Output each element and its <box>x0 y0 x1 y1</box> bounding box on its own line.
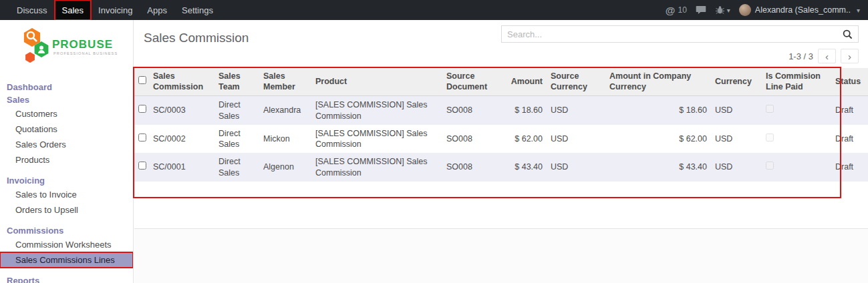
col-source-currency[interactable]: Source Currency <box>547 68 605 96</box>
select-all-checkbox[interactable] <box>138 76 146 84</box>
svg-text:PROBUSE: PROBUSE <box>52 38 113 51</box>
cell-status: Draft <box>831 96 868 125</box>
sidebar-nav: Dashboard Sales Customers Quotations Sal… <box>0 81 133 283</box>
sidebar-item-customers[interactable]: Customers <box>0 106 133 121</box>
cell-sales-commission: SC/0001 <box>149 153 214 182</box>
cell-sales-commission: SC/0002 <box>149 125 214 154</box>
menu-settings[interactable]: Settings <box>174 0 221 20</box>
col-status[interactable]: Status <box>831 68 868 96</box>
row-select-checkbox[interactable] <box>138 133 146 142</box>
top-navbar: Discuss Sales Invoicing Apps Settings @ … <box>0 0 868 20</box>
cell-amount: $ 62.00 <box>507 125 547 154</box>
sidebar-section-commissions[interactable]: Commissions <box>0 224 133 237</box>
row-select-checkbox[interactable] <box>138 162 146 170</box>
sidebar-section-invoicing[interactable]: Invoicing <box>0 174 133 187</box>
sidebar-item-orders-to-upsell[interactable]: Orders to Upsell <box>0 202 133 218</box>
table-row[interactable]: SC/0001 Direct Sales Algenon [SALES COMM… <box>134 153 868 182</box>
messages-icon[interactable] <box>696 5 706 15</box>
col-source-document[interactable]: Source Document <box>442 68 507 96</box>
cell-currency: USD <box>711 153 762 182</box>
col-sales-commission[interactable]: Sales Commission <box>149 68 214 96</box>
table-footer-space <box>134 182 868 212</box>
cell-sales-member: Alexandra <box>259 96 311 125</box>
cell-currency: USD <box>711 125 762 154</box>
cell-company-amount: $ 62.00 <box>605 125 711 154</box>
sidebar-section-dashboard[interactable]: Dashboard <box>0 81 133 93</box>
select-all-cell <box>134 68 149 96</box>
cell-company-amount: $ 43.40 <box>605 153 711 182</box>
sidebar-section-sales[interactable]: Sales <box>0 93 133 106</box>
is-paid-checkbox <box>766 162 774 170</box>
cell-status: Draft <box>831 125 868 154</box>
sidebar-item-sales-commissions-lines[interactable]: Sales Commissions Lines <box>0 252 133 268</box>
menu-apps[interactable]: Apps <box>140 0 174 20</box>
cell-sales-team: Direct Sales <box>214 153 259 182</box>
is-paid-checkbox <box>766 133 774 142</box>
cell-status: Draft <box>831 153 868 182</box>
cell-source-currency: USD <box>547 153 605 182</box>
sidebar-section-reports[interactable]: Reports <box>0 274 133 283</box>
search-input[interactable] <box>507 29 843 39</box>
row-select-checkbox[interactable] <box>138 105 146 113</box>
table-header-row: Sales Commission Sales Team Sales Member… <box>134 68 868 96</box>
activity-count: 10 <box>678 5 686 15</box>
sidebar-item-sales-orders[interactable]: Sales Orders <box>0 137 133 152</box>
avatar <box>739 4 751 16</box>
table-row[interactable]: SC/0002 Direct Sales Mickon [SALES COMMI… <box>134 125 868 154</box>
sidebar-item-products[interactable]: Products <box>0 152 133 168</box>
cell-source-currency: USD <box>547 125 605 154</box>
col-sales-member[interactable]: Sales Member <box>259 68 311 96</box>
control-panel: Sales Commission 1-3 / 3 ‹ › <box>134 20 868 63</box>
sidebar-item-sales-to-invoice[interactable]: Sales to Invoice <box>0 187 133 202</box>
pager-previous-button[interactable]: ‹ <box>818 49 836 63</box>
is-paid-checkbox <box>766 105 774 113</box>
chevron-down-icon: ▾ <box>727 7 730 14</box>
debug-bug-icon[interactable]: ▾ <box>715 5 730 15</box>
cell-product: [SALES COMMISSION] Sales Commission <box>311 125 442 154</box>
pager: 1-3 / 3 ‹ › <box>788 49 859 63</box>
table-row[interactable]: SC/0003 Direct Sales Alexandra [SALES CO… <box>134 96 868 125</box>
logo-hexagon-red <box>25 52 35 63</box>
cell-amount: $ 43.40 <box>507 153 547 182</box>
activities-menu[interactable]: @ 10 <box>666 5 687 16</box>
cell-sales-team: Direct Sales <box>214 96 259 125</box>
cell-amount: $ 18.60 <box>507 96 547 125</box>
cell-sales-commission: SC/0003 <box>149 96 214 125</box>
col-amount-company-currency[interactable]: Amount in Company Currency <box>605 68 711 96</box>
systray: @ 10 ▾ Alexandra (Sales_comm.. ▾ <box>666 0 868 20</box>
menu-discuss[interactable]: Discuss <box>9 0 55 20</box>
menu-sales[interactable]: Sales <box>55 0 92 20</box>
cell-source-document: SO008 <box>442 153 507 182</box>
cell-source-currency: USD <box>547 96 605 125</box>
app-menus: Discuss Sales Invoicing Apps Settings <box>0 0 221 20</box>
main-content: Sales Commission 1-3 / 3 ‹ › Sale <box>134 20 868 283</box>
cell-sales-team: Direct Sales <box>214 125 259 154</box>
pager-next-button[interactable]: › <box>841 49 859 63</box>
cell-source-document: SO008 <box>442 125 507 154</box>
cell-company-amount: $ 18.60 <box>605 96 711 125</box>
mention-icon: @ <box>666 5 676 16</box>
menu-invoicing[interactable]: Invoicing <box>91 0 140 20</box>
user-name: Alexandra (Sales_comm.. <box>755 5 851 15</box>
sidebar: PROBUSE PROFESSIONAL BUSINESS Dashboard … <box>0 20 134 283</box>
company-logo: PROBUSE PROFESSIONAL BUSINESS <box>0 20 133 69</box>
col-amount[interactable]: Amount <box>507 68 547 96</box>
col-sales-team[interactable]: Sales Team <box>214 68 259 96</box>
col-product[interactable]: Product <box>311 68 442 96</box>
page-title: Sales Commission <box>144 31 249 63</box>
col-is-commission-line-paid[interactable]: Is Commision Line Paid <box>762 68 831 96</box>
search-icon[interactable] <box>843 29 853 39</box>
search-box <box>501 25 859 43</box>
sidebar-item-commission-worksheets[interactable]: Commission Worksheets <box>0 237 133 252</box>
cell-sales-member: Mickon <box>259 125 311 154</box>
user-menu[interactable]: Alexandra (Sales_comm.. ▾ <box>739 4 860 16</box>
cell-sales-member: Algenon <box>259 153 311 182</box>
cell-source-document: SO008 <box>442 96 507 125</box>
chevron-down-icon: ▾ <box>857 7 860 14</box>
cell-currency: USD <box>711 96 762 125</box>
col-currency[interactable]: Currency <box>711 68 762 96</box>
svg-text:PROFESSIONAL BUSINESS: PROFESSIONAL BUSINESS <box>53 51 118 55</box>
sidebar-item-quotations[interactable]: Quotations <box>0 121 133 137</box>
commission-lines-table: Sales Commission Sales Team Sales Member… <box>134 68 868 182</box>
cell-product: [SALES COMMISSION] Sales Commission <box>311 96 442 125</box>
